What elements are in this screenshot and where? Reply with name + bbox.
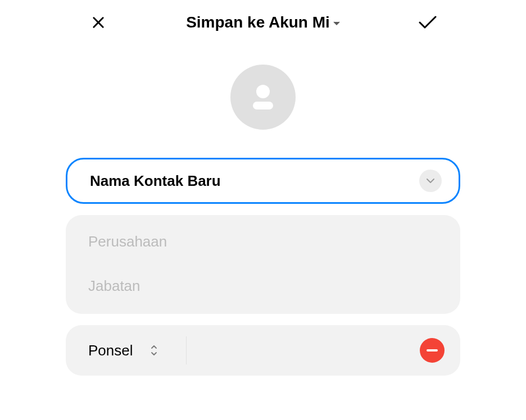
expand-name-button[interactable] bbox=[419, 170, 442, 192]
company-field[interactable]: Perusahaan bbox=[66, 215, 460, 264]
close-icon bbox=[90, 15, 106, 30]
chevron-down-icon bbox=[426, 178, 435, 184]
avatar-button[interactable] bbox=[230, 65, 296, 130]
svg-rect-3 bbox=[253, 102, 273, 109]
phone-type-label: Ponsel bbox=[88, 342, 133, 359]
phone-block: Ponsel bbox=[66, 325, 460, 376]
minus-icon bbox=[427, 349, 438, 351]
company-block: Perusahaan Jabatan bbox=[66, 215, 460, 314]
contact-form: Nama Kontak Baru Perusahaan Jabatan Pons… bbox=[0, 158, 526, 376]
job-field[interactable]: Jabatan bbox=[66, 264, 460, 314]
job-placeholder: Jabatan bbox=[88, 277, 140, 294]
name-field[interactable]: Nama Kontak Baru bbox=[66, 158, 460, 204]
phone-type-selector[interactable]: Ponsel bbox=[88, 336, 187, 364]
name-value: Nama Kontak Baru bbox=[90, 172, 221, 190]
remove-phone-button[interactable] bbox=[420, 338, 445, 363]
header-title: Simpan ke Akun Mi bbox=[186, 13, 330, 31]
check-icon bbox=[418, 15, 437, 30]
close-button[interactable] bbox=[87, 11, 110, 34]
avatar-section bbox=[0, 45, 526, 158]
company-placeholder: Perusahaan bbox=[88, 233, 167, 250]
svg-point-2 bbox=[256, 85, 270, 98]
confirm-button[interactable] bbox=[416, 11, 439, 34]
person-icon bbox=[246, 80, 280, 114]
svg-rect-4 bbox=[427, 349, 438, 351]
header: Simpan ke Akun Mi bbox=[0, 0, 526, 45]
divider bbox=[186, 336, 187, 364]
sort-icon bbox=[150, 344, 158, 357]
chevron-down-icon bbox=[333, 21, 340, 26]
account-selector[interactable]: Simpan ke Akun Mi bbox=[186, 13, 340, 31]
